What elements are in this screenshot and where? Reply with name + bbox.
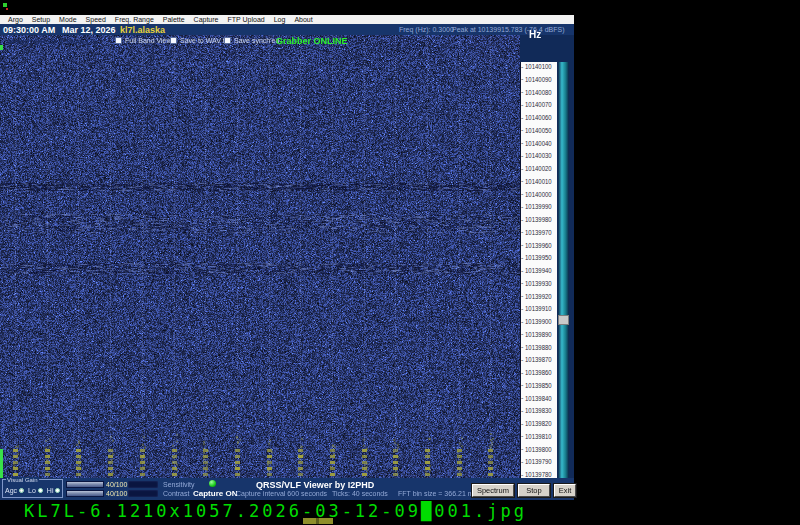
edge-marker-bar: [0, 449, 3, 478]
radio-label: Hi: [47, 487, 54, 494]
menu-item-log[interactable]: Log: [274, 15, 286, 24]
contrast-meter: [128, 490, 158, 497]
scale-tick-row: -10139910: [521, 305, 557, 312]
freq-readout: Freq (Hz): 0.3000: [399, 26, 454, 33]
scale-tick-row: -10139990: [521, 203, 557, 210]
exit-button[interactable]: Exit: [554, 484, 576, 497]
capture-filename: KL7L-6.1210x1057.2026-03-12-09█001.jpg: [24, 501, 527, 521]
frequency-label: 10139820: [525, 420, 552, 427]
scale-tick-row: -10139780: [521, 471, 557, 478]
scale-tick-row: -10140000: [521, 191, 557, 198]
checkbox-label: Save synch'ed: [234, 37, 279, 44]
menu-item-ftp-upload[interactable]: FTP Upload: [227, 15, 264, 24]
checkbox-save-synch-ed[interactable]: Save synch'ed: [224, 37, 279, 44]
menu-item-speed[interactable]: Speed: [86, 15, 106, 24]
scrollbar-thumb[interactable]: [558, 315, 569, 325]
sensitivity-meter: [128, 481, 158, 488]
visual-gain-group: Visual Gain AgcLoHi: [2, 479, 63, 498]
frequency-label: 10139960: [525, 242, 552, 249]
scale-tick-row: -10140020: [521, 165, 557, 172]
frequency-label: 10140010: [525, 178, 552, 185]
screen: ArgoSetupModeSpeedFreq. RangePaletteCapt…: [0, 0, 800, 525]
radio-agc[interactable]: Agc: [5, 487, 24, 494]
menu-item-palette[interactable]: Palette: [163, 15, 185, 24]
scale-tick-row: -10139880: [521, 344, 557, 351]
scale-tick-row: -10139840: [521, 395, 557, 402]
fft-bin-label: FFT bin size = 366.21 mHz: [398, 490, 482, 497]
checkbox-box-icon[interactable]: [170, 37, 177, 44]
capture-on-toggle[interactable]: Capture ON: [193, 489, 237, 498]
clock-time: 09:30:00 AM: [3, 25, 55, 35]
checkbox-box-icon[interactable]: [115, 37, 122, 44]
scale-tick-row: -10139930: [521, 280, 557, 287]
corner-pixel-red: [6, 8, 8, 10]
frequency-label: 10139880: [525, 344, 552, 351]
mode-label: Mode: QRSS 3 Slow (T): [8, 37, 96, 46]
edge-marker-small: [0, 45, 3, 50]
scale-tick-row: -10140070: [521, 101, 557, 108]
frequency-label: 10140070: [525, 101, 552, 108]
waterfall-display[interactable]: [0, 35, 520, 478]
hz-unit-label: Hz: [529, 29, 541, 40]
scale-tick-row: -10139800: [521, 446, 557, 453]
clock-date: Mar 12, 2026: [62, 25, 116, 35]
menu-item-setup[interactable]: Setup: [32, 15, 50, 24]
menu-item-mode[interactable]: Mode: [59, 15, 77, 24]
radio-hi[interactable]: Hi: [47, 487, 61, 494]
frequency-label: 10139900: [525, 318, 552, 325]
frequency-label: 10139850: [525, 382, 552, 389]
radio-circle-icon[interactable]: [38, 488, 43, 493]
capture-led-icon: [209, 480, 216, 487]
scale-tick-row: -10140090: [521, 76, 557, 83]
frequency-label: 10140000: [525, 191, 552, 198]
frequency-label: 10139810: [525, 433, 552, 440]
frequency-label: 10139890: [525, 331, 552, 338]
spectrum-button[interactable]: Spectrum: [472, 484, 514, 497]
frequency-label: 10139780: [525, 471, 552, 478]
scale-tick-row: -10139850: [521, 382, 557, 389]
stop-button[interactable]: Stop: [518, 484, 550, 497]
frequency-label: 10140090: [525, 76, 552, 83]
radio-circle-icon[interactable]: [55, 488, 60, 493]
menu-item-capture[interactable]: Capture: [194, 15, 219, 24]
corner-pixel-green: [3, 3, 7, 7]
contrast-slider[interactable]: [66, 490, 104, 497]
scale-tick-row: -10139890: [521, 331, 557, 338]
frequency-label: 10139950: [525, 254, 552, 261]
frequency-scale: -10140100-10140090-10140080-10140070-101…: [520, 62, 557, 492]
waterfall-area: Mode: QRSS 3 Slow (T) Full Band ViewSave…: [0, 35, 574, 478]
control-bar: Visual Gain AgcLoHi 40/100 Sensitivity 4…: [0, 478, 574, 500]
menu-item-freq-range[interactable]: Freq. Range: [115, 15, 154, 24]
menu-item-about[interactable]: About: [294, 15, 312, 24]
checkbox-save-to-wav-file[interactable]: Save to WAV file: [170, 37, 232, 44]
frequency-scrollbar[interactable]: [558, 62, 569, 492]
frequency-label: 10140060: [525, 114, 552, 121]
sensitivity-value: 40/100: [106, 481, 127, 488]
frequency-label: 10139970: [525, 229, 552, 236]
capture-interval-label: Capture interval 600 seconds: [236, 490, 327, 497]
checkbox-full-band-view[interactable]: Full Band View: [115, 37, 172, 44]
scale-tick-row: -10139980: [521, 216, 557, 223]
argo-window: ArgoSetupModeSpeedFreq. RangePaletteCapt…: [0, 15, 574, 500]
radio-lo[interactable]: Lo: [28, 487, 43, 494]
scale-tick-row: -10139940: [521, 267, 557, 274]
menu-item-argo[interactable]: Argo: [8, 15, 23, 24]
checkbox-box-icon[interactable]: [224, 37, 231, 44]
checkbox-label: Full Band View: [125, 37, 172, 44]
frequency-label: 10139940: [525, 267, 552, 274]
scale-tick-row: -10140030: [521, 152, 557, 159]
frequency-label: 10139830: [525, 407, 552, 414]
scale-tick-row: -10140060: [521, 114, 557, 121]
scale-tick-row: -10139810: [521, 433, 557, 440]
grabber-online-status: Grabber ONLINE: [276, 36, 348, 46]
toolbar: Mode: QRSS 3 Slow (T) Full Band ViewSave…: [0, 36, 520, 48]
radio-circle-icon[interactable]: [19, 488, 24, 493]
frequency-label: 10140030: [525, 152, 552, 159]
sensitivity-slider[interactable]: [66, 481, 104, 488]
frequency-label: 10139990: [525, 203, 552, 210]
frequency-label: 10140080: [525, 89, 552, 96]
scale-tick-row: -10139950: [521, 254, 557, 261]
frequency-label: 10139790: [525, 458, 552, 465]
filename-cursor-marks: [303, 518, 333, 524]
menu-bar: ArgoSetupModeSpeedFreq. RangePaletteCapt…: [0, 15, 574, 24]
